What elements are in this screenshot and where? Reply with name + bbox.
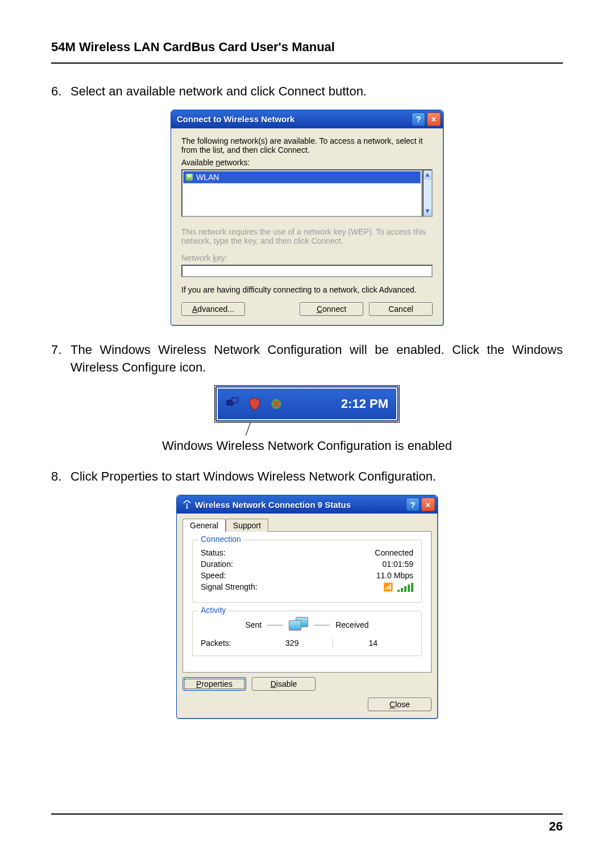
- network-icon: [186, 174, 193, 181]
- help-icon[interactable]: ?: [406, 498, 420, 511]
- t: lose: [395, 700, 410, 709]
- t: etworks:: [220, 158, 250, 167]
- line-icon: [267, 625, 283, 625]
- available-networks-list[interactable]: WLAN ▲ ▼: [181, 169, 433, 217]
- page-number: 26: [51, 819, 563, 834]
- tabs: General Support: [182, 519, 437, 532]
- connection-group: Connection Status:Connected Duration:01:…: [192, 540, 422, 603]
- wep-hint: This network requires the use of a netwo…: [181, 227, 433, 245]
- connect-title: Connect to Wireless Network: [177, 114, 412, 124]
- tab-support[interactable]: Support: [226, 519, 268, 532]
- monitors-icon: [289, 617, 308, 633]
- status-label: Status:: [201, 548, 226, 557]
- list-item-label: WLAN: [196, 173, 219, 182]
- step-6-text: Select an available network and click Co…: [70, 83, 563, 101]
- step-7: 7. The Windows Wireless Network Configur…: [51, 341, 563, 377]
- t: C: [389, 700, 395, 709]
- step-7-num: 7.: [51, 341, 70, 377]
- duration-value: 01:01:59: [383, 560, 414, 569]
- rule-bottom: [51, 813, 563, 815]
- advanced-button[interactable]: Advanced...: [181, 302, 245, 316]
- connect-dialog: Connect to Wireless Network ? × The foll…: [171, 110, 443, 326]
- status-dialog: Wireless Network Connection 9 Status ? ×…: [176, 495, 438, 719]
- speed-label: Speed:: [201, 571, 226, 580]
- step-6-num: 6.: [51, 83, 70, 101]
- t: ey:: [217, 253, 227, 262]
- blocked-icon[interactable]: [269, 397, 284, 411]
- tab-panel-general: Connection Status:Connected Duration:01:…: [182, 531, 432, 673]
- t: Available: [181, 158, 215, 167]
- duration-label: Duration:: [201, 560, 233, 569]
- signal-strength-icon: 📶: [383, 582, 413, 592]
- network-key-field[interactable]: [181, 265, 433, 277]
- step-7-text: The Windows Wireless Network Configurati…: [70, 341, 563, 377]
- t: roperties: [201, 679, 232, 688]
- page-title: 54M Wireless LAN CardBus Card User's Man…: [51, 40, 563, 55]
- advanced-hint: If you are having difficulty connecting …: [181, 285, 433, 294]
- activity-group: Activity Sent Received Packets: 329 14: [192, 611, 422, 656]
- status-title: Wireless Network Connection 9 Status: [195, 500, 406, 510]
- clock-text: 2:12 PM: [341, 397, 388, 411]
- scroll-thumb[interactable]: [424, 180, 432, 207]
- available-networks-label: Available networks:: [181, 158, 433, 167]
- svg-rect-1: [232, 398, 238, 403]
- scroll-down-icon[interactable]: ▼: [424, 207, 432, 216]
- connect-titlebar[interactable]: Connect to Wireless Network ? ×: [171, 110, 443, 128]
- help-icon[interactable]: ?: [412, 112, 425, 126]
- packets-recv-value: 14: [333, 639, 414, 648]
- step-8: 8. Click Properties to start Windows Wir…: [51, 468, 563, 486]
- svg-point-3: [186, 507, 188, 509]
- tab-general[interactable]: General: [182, 519, 226, 532]
- connect-intro: The following network(s) are available. …: [181, 136, 433, 155]
- t: isable: [276, 679, 297, 688]
- step-8-num: 8.: [51, 468, 70, 486]
- scroll-up-icon[interactable]: ▲: [424, 170, 432, 180]
- signal-label: Signal Strength:: [201, 582, 258, 592]
- step-8-text: Click Properties to start Windows Wirele…: [70, 468, 563, 486]
- shield-icon[interactable]: [247, 397, 262, 411]
- connection-legend: Connection: [198, 535, 243, 544]
- t: dvanced...: [197, 304, 234, 314]
- speed-value: 11.0 Mbps: [376, 571, 413, 580]
- systray-caption: Windows Wireless Network Configuration i…: [51, 439, 563, 453]
- t: onnect: [322, 304, 346, 314]
- antenna-icon: [182, 500, 192, 509]
- status-titlebar[interactable]: Wireless Network Connection 9 Status ? ×: [177, 495, 437, 514]
- status-value: Connected: [375, 548, 413, 557]
- packets-sent-value: 329: [252, 639, 333, 648]
- t: Network: [181, 253, 213, 262]
- received-label: Received: [335, 620, 368, 629]
- cancel-button[interactable]: Cancel: [369, 302, 433, 316]
- line-icon: [314, 625, 330, 625]
- properties-button[interactable]: Properties: [182, 677, 246, 691]
- rule-top: [51, 62, 563, 64]
- connect-button[interactable]: Connect: [300, 302, 363, 316]
- close-button[interactable]: Close: [368, 698, 432, 711]
- close-icon[interactable]: ×: [421, 498, 435, 511]
- t: A: [192, 304, 197, 314]
- disable-button[interactable]: Disable: [252, 677, 316, 691]
- close-icon[interactable]: ×: [427, 112, 441, 126]
- scrollbar[interactable]: ▲ ▼: [422, 169, 433, 217]
- network-key-label: Network key:: [181, 253, 433, 262]
- activity-legend: Activity: [198, 606, 228, 615]
- sent-label: Sent: [245, 620, 262, 629]
- wireless-network-icon[interactable]: [226, 397, 240, 411]
- list-item-wlan[interactable]: WLAN: [183, 171, 421, 183]
- step-6: 6. Select an available network and click…: [51, 83, 563, 101]
- packets-label: Packets:: [201, 639, 252, 648]
- t: D: [271, 679, 276, 688]
- systray-figure: 2:12 PM: [214, 385, 400, 436]
- t: C: [317, 304, 322, 314]
- pointer-line: [246, 423, 251, 436]
